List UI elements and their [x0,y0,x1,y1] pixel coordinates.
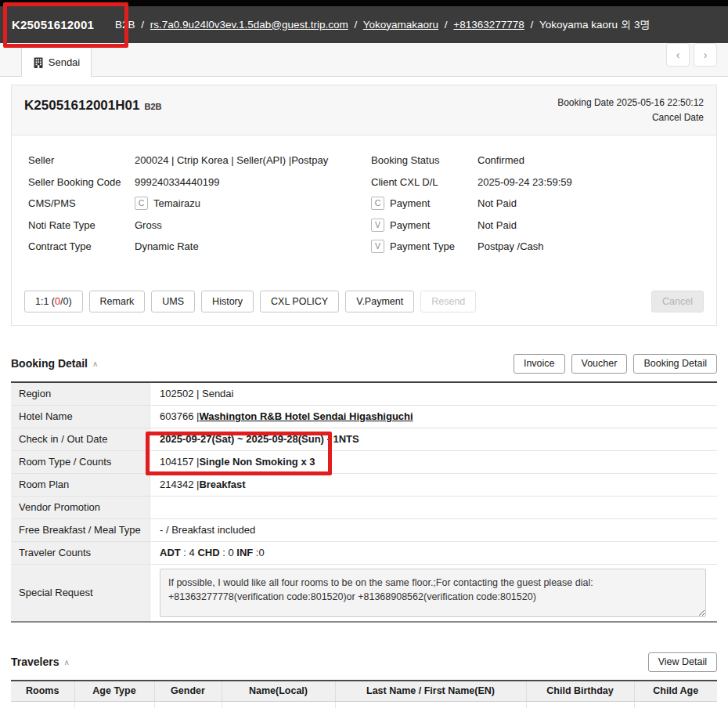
detail-row-room-type: Room Type / Counts 104157 | Single Non S… [11,451,717,474]
field-client-cxl: Client CXL D/L 2025-09-24 23:59:59 [371,172,701,193]
booking-dates: Booking Date 2025-05-16 22:50:12 Cancel … [557,96,704,125]
remark-button[interactable]: Remark [89,291,146,312]
chevron-right-icon[interactable]: › [694,43,717,67]
tab-strip: Sendai ‹ › [0,43,728,77]
booking-actions: 1:1 (0/0) Remark UMS History CXL POLICY … [12,291,716,325]
view-detail-button[interactable]: View Detail [648,652,717,672]
hotel-name-link[interactable]: Washington R&B Hotel Sendai Higashiguchi [199,410,413,422]
collapse-icon[interactable]: ∧ [64,658,70,666]
booking-card-header: K25051612001H01B2B Booking Date 2025-05-… [12,85,716,135]
detail-row-check-in-out: Check in / Out Date 2025-09-27(Sat) ~ 20… [11,428,717,451]
detail-row-traveler-counts: Traveler Counts ADT : 4 CHD : 0 INF :0 [11,542,717,565]
cell-name-local: Yokoyama kaoru [222,702,335,708]
booking-card-title: K25051612001H01B2B [24,96,161,117]
cms-badge: C [135,197,148,210]
ums-button[interactable]: UMS [151,291,195,312]
tab-pager: ‹ › [666,43,717,67]
c-payment-badge: C [371,197,384,210]
col-gender: Gender [154,681,222,702]
resend-button: Resend [420,291,476,312]
cell-rooms: Room1 [11,702,74,708]
guest-summary: Yokoyama kaoru 외 3명 [539,19,651,31]
building-icon [33,57,44,68]
cancel-date: Cancel Date [557,110,704,125]
b2b-badge: B2B [144,102,161,111]
detail-row-special-request: Special Request If possible, I would lik… [11,565,717,621]
special-request-textarea[interactable]: If possible, I would like all four rooms… [160,569,706,617]
field-cms-pms: CMS/PMS C Temairazu [28,193,371,215]
chevron-left-icon[interactable]: ‹ [666,43,690,67]
booking-detail-table: Region 102502 | Sendai Hotel Name 603766… [11,381,717,623]
travelers-heading: Travelers [11,656,59,668]
channel-label: B2B [115,19,135,31]
booking-detail-button[interactable]: Booking Detail [633,354,717,374]
booking-code: K25051612001 [12,18,94,31]
booking-card-body: Seller 200024 | Ctrip Korea | Seller(API… [12,135,716,258]
traveler-row: Room1 ADT M Yokoyama kaoru Yokoyama/kaor… [11,702,717,708]
cell-age-type: ADT [74,702,154,708]
col-name-local: Name(Local) [222,681,335,702]
travelers-header-row: Rooms Age Type Gender Name(Local) Last N… [11,681,717,702]
guest-email-link[interactable]: rs.7a0.9u24l0v3ev.1.5dab@guest.trip.com [150,19,348,31]
detail-row-hotel-name: Hotel Name 603766 | Washington R&B Hotel… [11,406,717,428]
field-booking-status: Booking Status Confirmed [371,150,701,172]
travelers-table: Rooms Age Type Gender Name(Local) Last N… [11,680,717,708]
booking-date: Booking Date 2025-05-16 22:50:12 [557,96,704,110]
booking-card: K25051612001H01B2B Booking Date 2025-05-… [11,85,717,326]
cell-child-age [634,702,717,708]
voucher-button[interactable]: Voucher [571,354,628,374]
v-payment-badge: V [371,219,384,232]
booking-detail-heading: Booking Detail [11,357,88,370]
col-rooms: Rooms [11,681,74,702]
cancel-button: Cancel [651,291,704,312]
collapse-icon[interactable]: ∧ [92,359,98,368]
field-noti-rate-type: Noti Rate Type Gross [28,215,371,237]
col-age-type: Age Type [74,681,154,702]
v-payment-button[interactable]: V.Payment [345,291,414,312]
detail-row-room-plan: Room Plan 214342 | Breakfast [11,474,717,497]
detail-row-region: Region 102502 | Sendai [11,383,717,406]
cell-child-birthday [526,702,634,708]
booking-detail-section-header: Booking Detail ∧ Invoice Voucher Booking… [11,354,717,374]
booking-fields-right: Booking Status Confirmed Client CXL D/L … [371,150,701,258]
col-name-en: Last Name / First Name(EN) [335,681,526,702]
cell-gender: M [154,702,222,708]
tab-sendai[interactable]: Sendai [21,47,92,77]
breadcrumb: B2B / rs.7a0.9u24l0v3ev.1.5dab@guest.tri… [115,18,651,32]
field-c-payment: C Payment Not Paid [371,193,701,215]
field-seller-booking-code: Seller Booking Code 999240334440199 [28,172,371,193]
col-child-birthday: Child Birthday [526,681,634,702]
field-contract-type: Contract Type Dynamic Rate [28,236,371,258]
history-button[interactable]: History [201,291,254,312]
top-header-bar: K25051612001 B2B / rs.7a0.9u24l0v3ev.1.5… [0,0,728,43]
field-v-payment: V Payment Not Paid [371,215,701,237]
cxl-policy-button[interactable]: CXL POLICY [260,291,339,312]
booking-fields-left: Seller 200024 | Ctrip Korea | Seller(API… [28,150,371,258]
qna-button[interactable]: 1:1 (0/0) [24,291,83,312]
booking-status-value: Confirmed [478,154,524,166]
travelers-section-header: Travelers ∧ View Detail [11,652,717,672]
tab-label: Sendai [49,56,80,68]
cell-name-en: Yokoyama/kaoru [335,702,526,708]
tab-strip-divider [0,76,728,77]
col-child-age: Child Age [634,681,717,702]
field-seller: Seller 200024 | Ctrip Korea | Seller(API… [28,150,371,172]
guest-account-link[interactable]: Yokoyamakaoru [363,19,438,31]
detail-row-vendor-promotion: Vendor Promotion [11,497,717,519]
detail-row-free-breakfast: Free Breakfast / Meal Type - / Breakfast… [11,519,717,542]
v-payment-type-badge: V [371,240,384,253]
field-v-payment-type: V Payment Type Postpay /Cash [371,236,701,258]
invoice-button[interactable]: Invoice [514,354,565,374]
guest-phone-link[interactable]: +81363277778 [453,19,524,31]
